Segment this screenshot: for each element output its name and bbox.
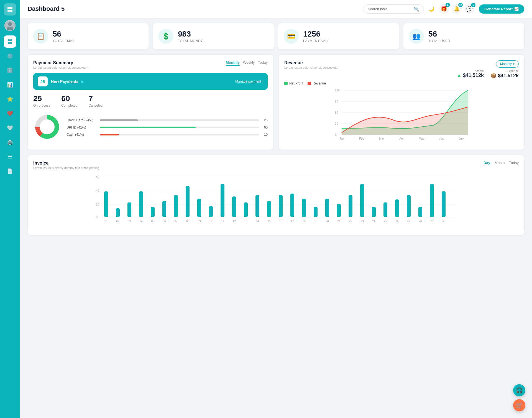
bar-17: [302, 199, 306, 217]
expense-label: Expense: [490, 69, 519, 73]
gift-icon-btn[interactable]: 🎁 2: [439, 4, 449, 14]
svg-text:06: 06: [163, 220, 166, 223]
stat-item-completed: 60 Completed: [61, 94, 77, 107]
stat-label-email: TOTAL EMAIL: [53, 39, 75, 43]
theme-toggle[interactable]: 🌙: [428, 6, 434, 12]
content-area: 📋 56 TOTAL EMAIL 💲 983 TOTAL MONEY 💳 125…: [20, 18, 532, 240]
pm-bar: [100, 119, 138, 121]
svg-text:30: 30: [442, 220, 445, 223]
bar-27: [418, 207, 422, 217]
sidebar-item-heart2[interactable]: 🤍: [4, 122, 16, 134]
svg-text:20: 20: [326, 220, 329, 223]
cart-fab[interactable]: 🛒: [513, 399, 525, 411]
svg-text:13: 13: [244, 220, 247, 223]
bar-12: [244, 202, 248, 217]
bell-icon-btn[interactable]: 🔔 12: [452, 4, 462, 14]
svg-text:Jun: Jun: [439, 137, 444, 140]
sidebar-item-dashboard[interactable]: [4, 35, 16, 48]
chat-badge: 5: [471, 3, 475, 7]
np-left: 25 New Payments: [38, 76, 83, 86]
revenue-title-group: Revenue Lorem ipsum dolor sit amet, cons…: [284, 60, 339, 69]
income-item: Income ▲ $41,512k: [457, 69, 484, 79]
stat-card-payment: 💳 1256 PAYMENT SALE: [278, 23, 399, 49]
svg-text:60: 60: [96, 175, 99, 178]
svg-text:02: 02: [116, 220, 119, 223]
legend-dot: [284, 82, 288, 85]
bar-10: [221, 184, 224, 217]
invoice-header: Invoice Lorem ipsum is simply dummy text…: [33, 161, 519, 170]
payment-summary-title: Payment Summary: [33, 60, 88, 65]
svg-text:Jan: Jan: [339, 137, 344, 140]
invoice-tab-today[interactable]: Today: [509, 161, 519, 166]
invoice-tab-day[interactable]: Day: [484, 161, 490, 166]
svg-text:01: 01: [104, 220, 108, 223]
invoice-title-group: Invoice Lorem ipsum is simply dummy text…: [33, 161, 99, 170]
sidebar-item-print[interactable]: 🖨️: [4, 136, 16, 148]
bar-28: [430, 184, 434, 217]
manage-payment-link[interactable]: Manage payment ›: [235, 80, 263, 83]
chat-icon-btn[interactable]: 💬 5: [464, 4, 474, 14]
payment-summary-tabs: Monthly Weekly Today: [226, 60, 268, 66]
pm-bar-bg: [100, 134, 259, 135]
bar-7: [186, 186, 190, 217]
pm-val: 60: [262, 125, 268, 129]
stat-icon-email: 📋: [33, 29, 48, 44]
bar-1: [116, 208, 120, 217]
sidebar-item-settings[interactable]: ⚙️: [4, 50, 16, 62]
bar-0: [104, 191, 108, 217]
svg-text:21: 21: [337, 220, 341, 223]
bar-26: [407, 195, 411, 217]
revenue-legend: Net Profit Revenue: [284, 81, 519, 85]
middle-row: Payment Summary Lorem ipsum dolor sit am…: [28, 55, 524, 150]
bar-2: [127, 202, 131, 217]
sidebar-item-chart[interactable]: 📊: [4, 79, 16, 91]
svg-text:30: 30: [335, 122, 338, 125]
svg-text:Apr: Apr: [399, 137, 404, 140]
sidebar-logo[interactable]: [4, 3, 16, 16]
search-input[interactable]: [368, 7, 411, 11]
income-expense-row: Income ▲ $41,512k Expense 📦 $41,512k: [284, 69, 519, 79]
bar-16: [290, 194, 294, 217]
stat-card-money: 💲 983 TOTAL MONEY: [153, 23, 274, 49]
bar-23: [372, 207, 376, 217]
sidebar-item-heart[interactable]: ❤️: [4, 107, 16, 120]
support-fab[interactable]: 🎧: [513, 384, 525, 396]
sidebar-item-list[interactable]: ☰: [4, 151, 16, 163]
sidebar-avatar[interactable]: [4, 20, 16, 31]
sidebar-item-doc[interactable]: 📄: [4, 165, 16, 177]
stat-info-payment: 1256 PAYMENT SALE: [303, 30, 330, 43]
bar-5: [162, 201, 166, 217]
svg-text:17: 17: [291, 220, 294, 223]
svg-text:28: 28: [419, 220, 422, 223]
tab-weekly[interactable]: Weekly: [243, 60, 255, 66]
svg-text:May: May: [419, 137, 424, 140]
legend-item: Net Profit: [284, 81, 303, 85]
svg-rect-3: [10, 10, 12, 12]
svg-text:11: 11: [221, 220, 224, 223]
revenue-header: Revenue Lorem ipsum dolor sit amet, cons…: [284, 60, 519, 69]
revenue-subtitle: Lorem ipsum dolor sit amet, consectetur: [284, 66, 339, 69]
income-value: ▲ $41,512k: [457, 73, 484, 78]
stat-info-money: 983 TOTAL MONEY: [178, 30, 203, 43]
bar-6: [174, 195, 178, 217]
np-dot: [81, 81, 83, 83]
sidebar-item-star[interactable]: ⭐: [4, 93, 16, 105]
tab-monthly[interactable]: Monthly: [226, 60, 240, 66]
legend-label: Revenue: [313, 81, 326, 85]
stat-label-user: TOTAL USER: [428, 39, 450, 43]
revenue-monthly-btn[interactable]: Monthly ▾: [496, 60, 519, 68]
svg-point-5: [8, 22, 12, 26]
svg-text:16: 16: [279, 220, 282, 223]
svg-text:04: 04: [139, 220, 143, 223]
generate-label: Generate Report: [484, 7, 513, 11]
tab-today[interactable]: Today: [258, 60, 268, 66]
invoice-tab-month[interactable]: Month: [495, 161, 505, 166]
expense-item: Expense 📦 $41,512k: [490, 69, 519, 79]
generate-report-button[interactable]: Generate Report 📈: [479, 4, 524, 14]
payment-summary-header: Payment Summary Lorem ipsum dolor sit am…: [33, 60, 268, 69]
pm-bar-bg: [100, 127, 259, 128]
search-box[interactable]: 🔍: [363, 4, 424, 14]
header-icons: 🎁 2 🔔 12 💬 5: [439, 4, 474, 14]
svg-text:26: 26: [395, 220, 399, 223]
sidebar-item-info[interactable]: ℹ️: [4, 64, 16, 76]
